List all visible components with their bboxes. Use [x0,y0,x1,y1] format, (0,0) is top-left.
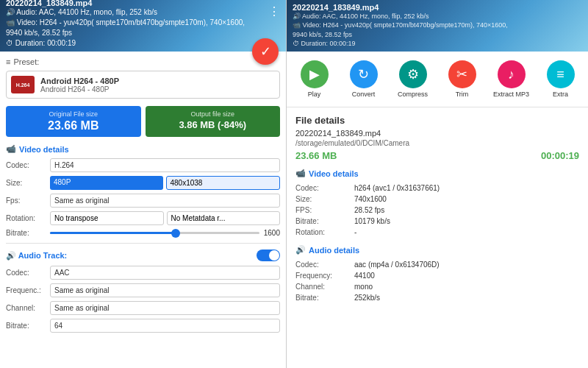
left-video-title: 20220214_183849.mp4 [6,0,280,7]
left-video-info2: 9940 kb/s, 28.52 fps [6,28,280,38]
preset-box[interactable]: H.264 Android H264 - 480P Android H264 -… [6,71,280,99]
codec-label: Codec: [6,161,50,169]
detail-key: FPS: [295,206,354,214]
rotation-value1[interactable]: No transpose [50,211,164,225]
file-path: /storage/emulated/0/DCIM/Camera [295,139,579,147]
preset-label: ≡ Preset: [6,57,280,66]
size-value1[interactable]: 480P [50,176,163,190]
preset-name: Android H264 - 480P [40,77,119,85]
right-video-info2: 9940 kb/s, 28.52 fps [293,30,582,40]
detail-row: FPS: 28.52 fps [295,205,579,216]
detail-row: Size: 740x1600 [295,194,579,205]
toggle-thumb [269,250,279,261]
detail-row: Frequency: 44100 [295,270,579,281]
audio-codec-row: Codec: AAC [6,266,280,280]
extra-button[interactable]: ≡ Extra [536,57,585,101]
detail-key: Size: [295,195,354,203]
original-size-value: 23.66 MB [48,119,98,132]
play-label: Play [308,91,321,98]
right-video-header: 20220214_183849.mp4 🔊 Audio: AAC, 44100 … [287,0,588,52]
convert-button[interactable]: ↻ Convert [339,57,388,101]
audio-toggle[interactable] [257,250,280,261]
dots-menu-left[interactable]: ⋮ [268,4,280,18]
audio-bitrate-value[interactable]: 64 [50,319,280,333]
detail-val: 28.52 fps [354,206,579,214]
size-row: Size: 480P 480x1038 [6,176,280,190]
detail-row: Codec: aac (mp4a / 0x6134706D) [295,259,579,270]
trim-icon: ✂ [448,60,476,88]
rotation-fields: No transpose No Metatdata r... [50,211,280,225]
detail-val: 252kb/s [354,294,579,302]
play-button[interactable]: ▶ Play [290,57,339,101]
slider-thumb [171,229,180,238]
detail-key: Channel: [295,283,354,291]
detail-key: Codec: [295,261,354,269]
output-size-label: Output file size [190,110,234,118]
audio-channel-label: Channel: [6,304,50,312]
bitrate-slider[interactable] [50,232,259,234]
detail-key: Rotation: [295,228,354,236]
audio-freq-value[interactable]: Same as original [50,283,280,297]
play-icon: ▶ [301,60,329,88]
rotation-label: Rotation: [6,214,50,222]
fps-label: Fps: [6,197,50,205]
right-content: File details 20220214_183849.mp4 /storag… [287,107,588,368]
original-size-label: Original File size [49,110,98,118]
extra-icon: ≡ [547,60,575,88]
audio-channel-row: Channel: Same as original [6,301,280,315]
fps-value[interactable]: Same as original [50,194,280,208]
right-video-info: 📹 Video: H264 - yuv420p( smpte170m/bt470… [293,21,582,30]
detail-row: Bitrate: 10179 kb/s [295,216,579,227]
extra-label: Extra [553,91,568,98]
audio-freq-row: Frequenc.: Same as original [6,283,280,297]
video-details-title: 📹 Video details [6,144,280,154]
compress-icon: ⚙ [399,60,427,88]
file-size-row: Original File size 23.66 MB Output file … [6,106,280,137]
convert-icon: ↻ [350,60,378,88]
codec-value: H.264 [50,158,280,172]
section-divider [6,243,280,244]
convert-label: Convert [352,91,376,98]
mp3-icon: ♪ [498,60,526,88]
detail-key: Codec: [295,184,354,192]
left-content: ≡ Preset: H.264 Android H264 - 480P Andr… [0,52,286,368]
extract-mp3-button[interactable]: ♪ Extract MP3 [487,57,536,101]
right-audio-details-title: 🔊 Audio details [295,245,579,255]
right-duration: ⏱ Duration: 00:00:19 [293,39,582,49]
right-panel: 20220214_183849.mp4 🔊 Audio: AAC, 44100 … [287,0,588,368]
output-size-value: 3.86 MB (-84%) [179,119,246,130]
compress-button[interactable]: ⚙ Compress [388,57,437,101]
preset-icon-label: ≡ [6,57,10,66]
bitrate-slider-container: 1600 [50,229,280,237]
audio-bitrate-label: Bitrate: [6,322,50,330]
detail-key: Frequency: [295,272,354,280]
right-audio-info: 🔊 Audio: AAC, 44100 Hz, mono, flip, 252 … [293,12,582,21]
preset-info: Android H264 - 480P Android H264 - 480P [40,77,119,93]
bitrate-row: Bitrate: 1600 [6,229,280,237]
audio-freq-label: Frequenc.: [6,286,50,294]
left-video-header: ⋮ 20220214_183849.mp4 🔊 Audio: AAC, 4410… [0,0,286,52]
audio-codec-value[interactable]: AAC [50,266,280,280]
file-name: 20220214_183849.mp4 [295,129,579,138]
size-value2[interactable]: 480x1038 [166,176,281,190]
camera-icon: 📹 [6,144,16,154]
detail-row: Channel: mono [295,281,579,292]
right-video-detail-table: Codec: h264 (avc1 / 0x31637661) Size: 74… [295,183,579,238]
mp3-label: Extract MP3 [493,91,529,98]
left-duration: ⏱ Duration: 00:00:19 [6,38,280,49]
detail-key: Bitrate: [295,294,354,302]
right-camera-icon: 📹 [295,169,306,178]
audio-icon: 🔊 Audio Track: [6,251,67,261]
detail-val: 44100 [354,272,579,280]
detail-key: Bitrate: [295,217,354,225]
confirm-button[interactable]: ✓ [252,38,279,65]
rotation-value2[interactable]: No Metatdata r... [167,211,281,225]
file-duration-display: 00:00:19 [541,150,579,161]
trim-button[interactable]: ✂ Trim [437,57,487,101]
detail-row: Codec: h264 (avc1 / 0x31637661) [295,183,579,194]
detail-val: mono [354,283,579,291]
detail-val: aac (mp4a / 0x6134706D) [354,261,579,269]
right-audio-detail-table: Codec: aac (mp4a / 0x6134706D) Frequency… [295,259,579,303]
compress-label: Compress [398,91,428,98]
audio-channel-value[interactable]: Same as original [50,301,280,315]
